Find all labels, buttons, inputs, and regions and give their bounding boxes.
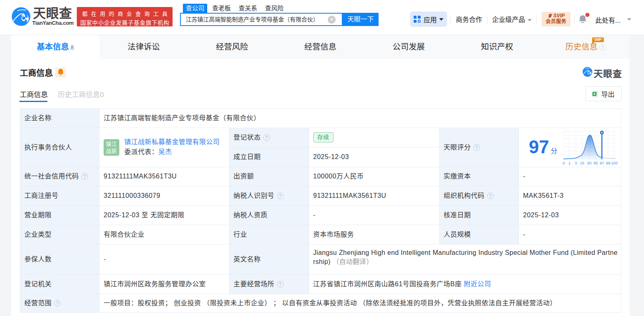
svg-text:15: 15 [580, 161, 585, 165]
svg-text:85: 85 [594, 161, 598, 165]
svg-text:3: 3 [575, 161, 577, 165]
svg-text:50: 50 [587, 161, 592, 165]
svg-text:1: 1 [568, 161, 571, 165]
svg-text:100: 100 [611, 161, 618, 165]
svg-text:99: 99 [606, 161, 611, 165]
svg-text:97: 97 [600, 161, 604, 165]
svg-text:0: 0 [563, 161, 565, 165]
